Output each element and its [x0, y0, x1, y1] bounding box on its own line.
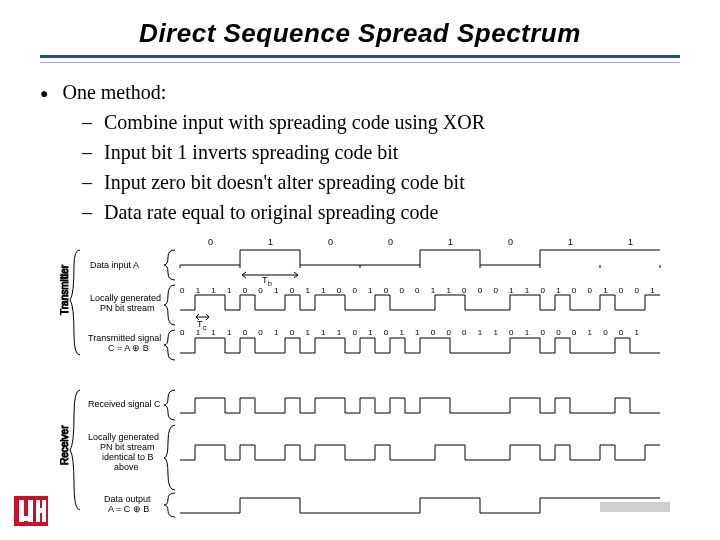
row-label-rx: Received signal C: [88, 399, 161, 409]
svg-text:0: 0: [328, 237, 333, 247]
dash-icon: –: [82, 197, 92, 227]
dsss-diagram: Transmitter Receiver Data input A Locall…: [60, 235, 680, 525]
row-label-data-input: Data input A: [90, 260, 139, 270]
row-label-pn2-a: Locally generated: [88, 432, 159, 442]
dash-icon: –: [82, 107, 92, 137]
row-label-out-b: A = C ⊕ B: [108, 504, 149, 514]
sub-bullet-text: Input zero bit doesn't alter spreading c…: [104, 167, 465, 197]
bullet-lvl2: – Combine input with spreading code usin…: [82, 107, 680, 137]
svg-text:1: 1: [268, 237, 273, 247]
pn-bits: 0 1 1 1 0 0 1 0 1 1 0 0 1 0 0 0 1 1 0 0 …: [180, 286, 659, 295]
bullet-lvl2: – Input bit 1 inverts spreading code bit: [82, 137, 680, 167]
row-label-tx-b: C = A ⊕ B: [108, 343, 149, 353]
bullet-dot-icon: ●: [40, 83, 48, 104]
waveform-tx: 0 1 1 1 0 0 1 0 1 1 1 0 1 0 1 1 0 0 0 1 …: [180, 328, 660, 353]
footer-bar: [600, 502, 670, 512]
svg-text:1: 1: [568, 237, 573, 247]
bullet-lvl2: – Input zero bit doesn't alter spreading…: [82, 167, 680, 197]
svg-text:0: 0: [208, 237, 213, 247]
dash-icon: –: [82, 137, 92, 167]
svg-text:0: 0: [508, 237, 513, 247]
sub-bullet-text: Data rate equal to original spreading co…: [104, 197, 438, 227]
svg-text:0: 0: [388, 237, 393, 247]
svg-rect-18: [36, 508, 46, 513]
sub-bullet-text: Input bit 1 inverts spreading code bit: [104, 137, 398, 167]
row-label-pn2-d: above: [114, 462, 139, 472]
svg-rect-15: [19, 516, 33, 521]
bullet-list: ● One method: – Combine input with sprea…: [40, 77, 680, 227]
row-label-pn-a: Locally generated: [90, 293, 161, 303]
waveform-pn-rx: [180, 445, 660, 460]
waveform-data-output: [180, 498, 660, 513]
waveform-rx: [180, 398, 660, 413]
transmitter-label: Transmitter: [60, 264, 70, 315]
receiver-label: Receiver: [60, 425, 70, 465]
waveform-pn: 0 1 1 1 0 0 1 0 1 1 0 0 1 0 0 0 1 1 0 0 …: [180, 286, 660, 331]
row-label-tx-a: Transmitted signal: [88, 333, 161, 343]
waveform-data-input: 0 1 0 0 1 0 1 1 T b: [180, 237, 660, 287]
row-label-pn2-c: identical to B: [102, 452, 154, 462]
dash-icon: –: [82, 167, 92, 197]
row-label-pn-b: PN bit stream: [100, 303, 155, 313]
uh-logo-icon: [14, 496, 48, 530]
bullet-text: One method:: [62, 77, 166, 107]
row-label-pn2-b: PN bit stream: [100, 442, 155, 452]
row-label-out-a: Data output: [104, 494, 151, 504]
svg-text:1: 1: [448, 237, 453, 247]
title-rule: [40, 55, 680, 63]
sub-bullet-text: Combine input with spreading code using …: [104, 107, 485, 137]
bullet-lvl1: ● One method:: [40, 77, 680, 107]
bullet-lvl2: – Data rate equal to original spreading …: [82, 197, 680, 227]
tx-bits: 0 1 1 1 0 0 1 0 1 1 1 0 1 0 1 1 0 0 0 1 …: [180, 328, 643, 337]
svg-text:1: 1: [628, 237, 633, 247]
slide-title: Direct Sequence Spread Spectrum: [40, 18, 680, 49]
